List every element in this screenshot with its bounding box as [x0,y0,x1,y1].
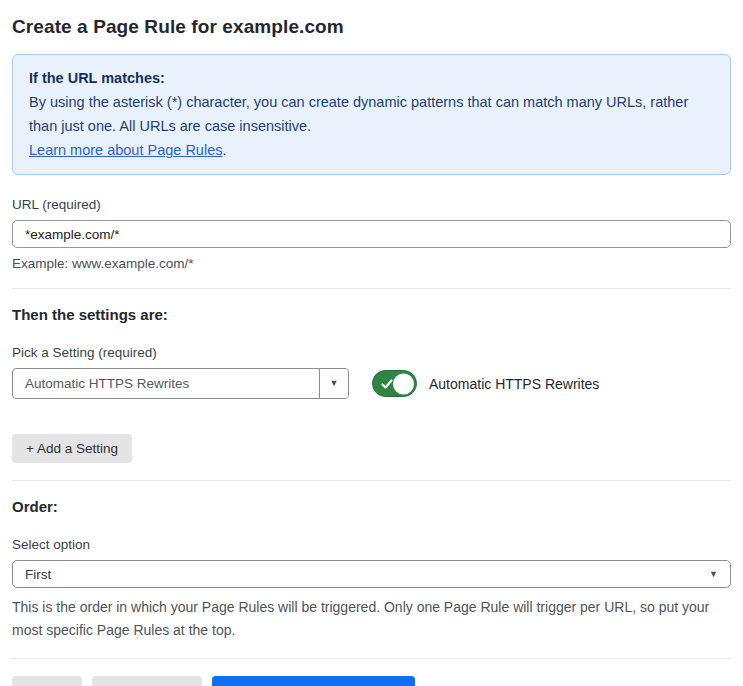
chevron-down-icon: ▼ [330,379,339,388]
setting-toggle-label: Automatic HTTPS Rewrites [429,376,599,392]
url-input[interactable] [12,220,731,248]
settings-section-heading: Then the settings are: [12,306,731,323]
info-box-heading: If the URL matches: [29,66,714,90]
setting-dropdown-button[interactable]: ▼ [319,369,348,398]
cancel-button[interactable]: Cancel [12,676,82,686]
setting-row: Automatic HTTPS Rewrites ▼ Automatic HTT… [12,368,731,399]
order-section-heading: Order: [12,498,731,515]
link-period: . [222,142,226,158]
url-match-info-box: If the URL matches: By using the asteris… [12,54,731,175]
add-setting-button[interactable]: + Add a Setting [12,434,132,463]
footer-actions: Cancel Save as Draft Save and Deploy Pag… [12,676,731,686]
order-select-label: Select option [12,537,731,552]
setting-toggle-on[interactable] [372,370,417,397]
setting-dropdown-value: Automatic HTTPS Rewrites [13,369,319,398]
page-title: Create a Page Rule for example.com [12,16,731,38]
check-icon [381,378,393,390]
order-dropdown-value: First [25,567,709,582]
toggle-knob [393,373,414,394]
save-as-draft-button[interactable]: Save as Draft [92,676,202,686]
info-box-body: By using the asterisk (*) character, you… [29,90,714,138]
url-field-label: URL (required) [12,197,731,212]
divider [12,288,731,289]
order-dropdown[interactable]: First ▼ [12,560,731,588]
url-example-helper: Example: www.example.com/* [12,256,731,271]
setting-dropdown[interactable]: Automatic HTTPS Rewrites ▼ [12,368,349,399]
chevron-down-icon: ▼ [709,570,718,579]
divider [12,480,731,481]
divider [12,658,731,659]
pick-setting-label: Pick a Setting (required) [12,345,731,360]
save-and-deploy-button[interactable]: Save and Deploy Page Rule [212,676,416,686]
create-page-rule-form: Create a Page Rule for example.com If th… [0,0,743,686]
order-helper-text: This is the order in which your Page Rul… [12,596,731,641]
learn-more-link[interactable]: Learn more about Page Rules [29,142,222,158]
info-box-link-line: Learn more about Page Rules. [29,138,714,162]
